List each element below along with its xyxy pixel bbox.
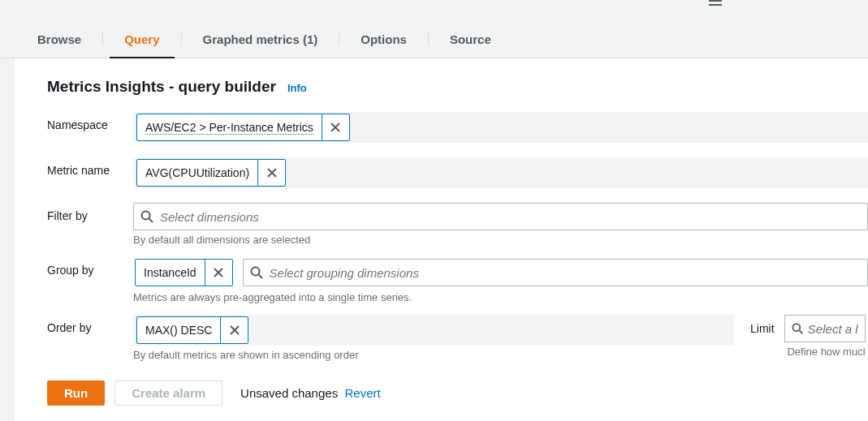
limit-placeholder: Select a l [808,322,858,336]
create-alarm-button[interactable]: Create alarm [114,380,222,406]
group-by-input[interactable] [243,259,868,286]
revert-link[interactable]: Revert [345,386,381,400]
metric-name-chip-remove[interactable] [257,160,285,186]
namespace-chip[interactable]: AWS/EC2 > Per-Instance Metrics [136,114,350,141]
svg-point-2 [792,324,800,331]
search-icon [792,322,803,335]
svg-point-0 [142,212,150,220]
group-by-helper: Metrics are always pre-aggregated into a… [133,291,868,303]
tab-source[interactable]: Source [435,24,506,58]
search-icon [140,210,153,223]
order-by-chip-remove[interactable] [220,317,248,343]
tab-divider [339,32,339,46]
limit-helper: Define how mucl [750,346,866,358]
group-by-chip-label: InstanceId [136,260,205,286]
namespace-field[interactable]: AWS/EC2 > Per-Instance Metrics [133,112,868,143]
order-by-field[interactable]: MAX() DESC [133,315,734,346]
limit-input[interactable]: Select a l [784,315,866,342]
tab-graphed-metrics[interactable]: Graphed metrics (1) [188,24,333,58]
order-by-label: Order by [47,315,133,334]
search-icon [250,266,263,279]
metric-name-chip[interactable]: AVG(CPUUtilization) [136,159,286,187]
order-by-helper: By default metrics are shown in ascendin… [133,349,734,361]
close-icon [214,268,223,277]
tab-divider [181,32,182,46]
tab-query[interactable]: Query [110,24,174,58]
group-by-label: Group by [47,257,133,277]
tab-divider [102,32,103,46]
group-by-chip[interactable]: InstanceId [135,259,233,286]
order-by-chip-label: MAX() DESC [137,317,220,343]
close-icon [230,325,240,335]
menu-icon[interactable] [709,0,722,3]
run-button[interactable]: Run [47,380,105,406]
tab-divider [428,32,429,46]
filter-by-label: Filter by [47,203,133,222]
group-by-chip-remove[interactable] [205,260,232,286]
group-by-search[interactable] [270,266,861,280]
filter-by-input[interactable] [133,203,868,230]
namespace-chip-remove[interactable] [322,114,349,140]
namespace-label: Namespace [47,112,133,131]
unsaved-changes-text: Unsaved changes [240,386,338,400]
tab-browse[interactable]: Browse [23,24,96,58]
svg-point-1 [251,268,259,276]
tab-options[interactable]: Options [346,24,421,58]
metric-name-field[interactable]: AVG(CPUUtilization) [133,157,868,188]
order-by-chip[interactable]: MAX() DESC [136,316,248,344]
info-link[interactable]: Info [287,82,307,94]
limit-label: Limit [750,322,775,335]
metric-name-label: Metric name [47,157,133,177]
close-icon [267,168,277,178]
filter-by-search[interactable] [160,210,861,224]
namespace-chip-label: AWS/EC2 > Per-Instance Metrics [145,121,313,135]
page-title: Metrics Insights - query builder [47,78,276,96]
tabs-bar: Browse Query Graphed metrics (1) Options… [0,0,868,58]
close-icon [330,122,340,132]
metric-name-chip-label: AVG(CPUUtilization) [137,160,257,186]
filter-by-helper: By default all dimensions are selected [133,234,868,246]
